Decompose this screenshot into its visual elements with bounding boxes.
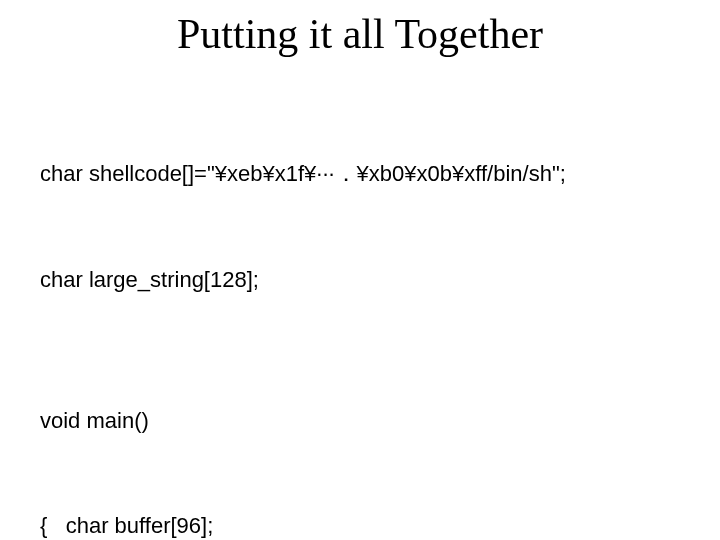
slide-title: Putting it all Together [40,10,680,58]
code-line: char shellcode[]="¥xeb¥x1f¥···．¥xb0¥x0b¥… [40,156,680,191]
code-line: { char buffer[96]; [40,508,680,540]
code-line: char large_string[128]; [40,262,680,297]
code-line: void main() [40,403,680,438]
slide: Putting it all Together char shellcode[]… [0,0,720,540]
code-block: char shellcode[]="¥xeb¥x1f¥···．¥xb0¥x0b¥… [40,86,680,540]
